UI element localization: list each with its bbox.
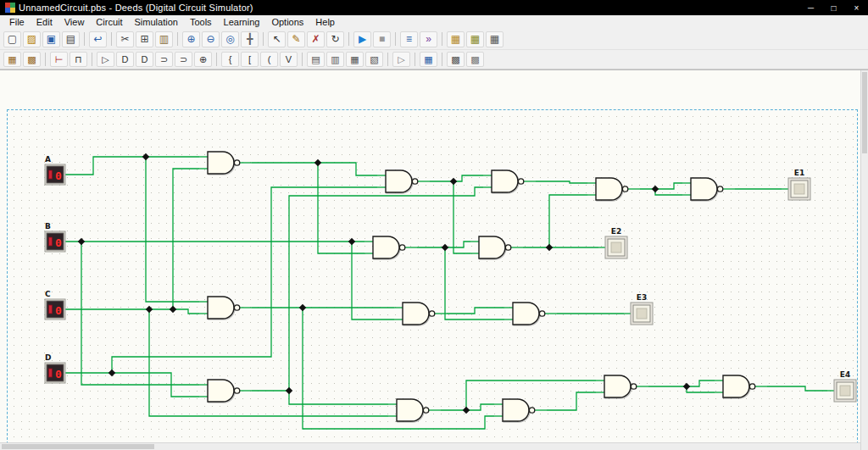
gate-and-button[interactable]: D <box>116 52 134 67</box>
switch-lever[interactable] <box>49 237 53 246</box>
gate-nand-13[interactable] <box>494 399 547 421</box>
menu-help[interactable]: Help <box>309 16 341 28</box>
component-v-button[interactable]: V <box>280 52 298 67</box>
menu-view[interactable]: View <box>58 16 91 28</box>
gate-nor-button[interactable]: ⊃ <box>175 52 192 67</box>
component-register-button[interactable]: ▤ <box>307 52 325 67</box>
stop-simulation-button[interactable]: ■ <box>373 31 391 47</box>
component-display-button[interactable]: ▧ <box>365 52 383 67</box>
wire[interactable] <box>640 183 682 189</box>
component-chip-a-button[interactable]: ▩ <box>447 52 465 67</box>
menu-simulation[interactable]: Simulation <box>129 16 184 28</box>
component-ic8-button[interactable]: ▦ <box>3 52 21 67</box>
component-clock-button[interactable]: ⊓ <box>70 52 87 67</box>
gate-xor-button[interactable]: ⊕ <box>194 52 212 67</box>
component-input-switch-button[interactable]: ⊢ <box>50 52 68 67</box>
menu-edit[interactable]: Edit <box>31 16 58 28</box>
gate-nand-7[interactable] <box>470 236 523 258</box>
wire[interactable] <box>430 175 483 181</box>
component-splitter-button[interactable]: ( <box>260 52 278 67</box>
vertical-scrollbar[interactable] <box>860 70 868 450</box>
gate-nand-button[interactable]: D <box>136 52 153 67</box>
gate-nand-6[interactable] <box>364 236 417 258</box>
wire[interactable] <box>549 195 587 247</box>
gate-nand-1[interactable] <box>199 152 252 174</box>
component-chip-b-button[interactable]: ▩ <box>466 52 484 67</box>
wire[interactable] <box>655 189 682 195</box>
wire[interactable] <box>65 157 199 175</box>
wire[interactable] <box>318 163 364 253</box>
horizontal-scrollbar[interactable] <box>0 442 860 450</box>
component-bracket-button[interactable]: { <box>221 52 239 67</box>
minimize-button[interactable]: ─ <box>799 0 822 15</box>
wire[interactable] <box>252 187 483 391</box>
wire[interactable] <box>289 391 388 404</box>
close-button[interactable]: × <box>845 0 868 15</box>
new-file-button[interactable]: ▢ <box>3 31 21 47</box>
wire[interactable] <box>648 381 715 386</box>
print-button[interactable]: ▤ <box>62 31 80 47</box>
gate-nand-11[interactable] <box>199 380 252 402</box>
cut-button[interactable]: ✂ <box>116 31 134 47</box>
wire[interactable] <box>112 187 377 373</box>
gate-nand-14[interactable] <box>596 375 648 397</box>
component-grid-button[interactable]: ▦ <box>420 52 437 67</box>
switch-lever[interactable] <box>49 170 53 179</box>
gate-nand-3[interactable] <box>483 170 536 192</box>
maximize-button[interactable]: □ <box>822 0 845 15</box>
gate-nand-12[interactable] <box>388 399 441 421</box>
copy-button[interactable]: ⊞ <box>136 31 153 47</box>
paste-button[interactable]: ▥ <box>155 31 173 47</box>
gate-nand-9[interactable] <box>394 303 447 325</box>
undo-button[interactable]: ↩ <box>89 31 107 47</box>
input-switch-C[interactable]: C0 <box>45 290 65 319</box>
menu-file[interactable]: File <box>3 16 31 28</box>
wire[interactable] <box>149 309 388 416</box>
output-display-E2[interactable]: E2 <box>598 227 627 258</box>
input-switch-A[interactable]: A0 <box>45 155 65 185</box>
component-bus-button[interactable]: [ <box>241 52 259 67</box>
delete-eraser-button[interactable]: ✗ <box>307 31 325 47</box>
test-vectors-button[interactable]: » <box>420 31 437 47</box>
component-memory-button[interactable]: ▦ <box>346 52 364 67</box>
wire[interactable] <box>547 392 596 410</box>
gate-nand-2[interactable] <box>377 170 430 192</box>
zoom-out-button[interactable]: ⊖ <box>202 31 220 47</box>
timing-diagram-button[interactable]: ≡ <box>400 31 418 47</box>
pan-button[interactable]: ╋ <box>241 31 259 47</box>
wire[interactable] <box>687 386 715 392</box>
input-switch-D[interactable]: D0 <box>45 353 65 383</box>
wire[interactable] <box>65 309 199 314</box>
wire[interactable] <box>453 181 470 253</box>
gate-nand-8[interactable] <box>199 297 252 319</box>
wire[interactable] <box>173 169 199 309</box>
switch-lever[interactable] <box>49 305 53 314</box>
switch-lever[interactable] <box>49 369 53 377</box>
input-switch-B[interactable]: B0 <box>45 222 65 252</box>
open-file-button[interactable]: ▨ <box>23 31 41 47</box>
select-pointer-button[interactable]: ↖ <box>268 31 286 47</box>
component-tristate-button[interactable]: ▷ <box>392 52 410 67</box>
circuit-canvas[interactable]: A0B0C0D0E1E2E3E4 <box>0 69 868 450</box>
edit-pen-button[interactable]: ✎ <box>287 31 305 47</box>
menu-circuit[interactable]: Circuit <box>90 16 128 28</box>
output-display-E4[interactable]: E4 <box>827 370 856 402</box>
menu-learning[interactable]: Learning <box>218 16 266 28</box>
rotate-button[interactable]: ↻ <box>326 31 344 47</box>
net-view-button[interactable]: ▦ <box>486 31 504 47</box>
horizontal-scrollbar-thumb[interactable] <box>2 444 154 449</box>
wire[interactable] <box>536 181 587 183</box>
vertical-scrollbar-thumb[interactable] <box>862 72 867 153</box>
wire[interactable] <box>81 242 199 385</box>
gate-nand-4[interactable] <box>587 178 640 200</box>
gate-nand-10[interactable] <box>504 303 557 325</box>
gate-nand-5[interactable] <box>682 178 735 200</box>
run-simulation-button[interactable]: ▶ <box>353 31 371 47</box>
save-file-button[interactable]: ▣ <box>42 31 60 47</box>
component-counter-button[interactable]: ▥ <box>326 52 344 67</box>
gate-nand-15[interactable] <box>715 375 767 397</box>
zoom-original-button[interactable]: ◎ <box>221 31 239 47</box>
menu-options[interactable]: Options <box>265 16 309 28</box>
output-display-E1[interactable]: E1 <box>782 169 810 200</box>
wire[interactable] <box>252 163 377 175</box>
